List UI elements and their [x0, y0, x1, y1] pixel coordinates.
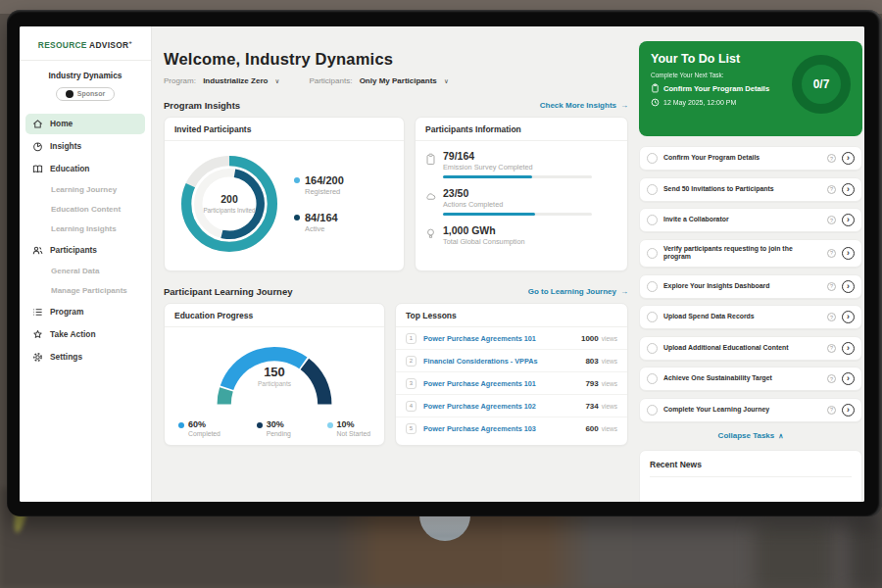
- chevron-right-button[interactable]: ›: [842, 311, 855, 323]
- views-suffix: views: [602, 380, 617, 387]
- lesson-row: 4 Power Purchase Agreements 102 734 view…: [396, 395, 627, 417]
- recent-news-card: Recent News: [639, 450, 862, 502]
- sidebar-item-education-content[interactable]: Education Content: [25, 201, 145, 219]
- stat-value: 79/164: [443, 150, 592, 162]
- go-to-learning-journey-link[interactable]: Go to Learning Journey →: [528, 287, 628, 296]
- sidebar-item-manage-participants[interactable]: Manage Participants: [25, 282, 145, 300]
- task-checkbox[interactable]: [647, 405, 658, 416]
- sidebar-item-participants[interactable]: Participants: [25, 240, 145, 261]
- sidebar-item-take-action[interactable]: Take Action: [25, 324, 145, 345]
- chevron-right-button[interactable]: ›: [842, 214, 855, 226]
- help-icon[interactable]: ?: [827, 154, 836, 163]
- gear-icon: [32, 352, 43, 363]
- lesson-link[interactable]: Power Purchase Agreements 102: [423, 402, 585, 411]
- chevron-right-button[interactable]: ›: [842, 247, 855, 260]
- task-checkbox[interactable]: [647, 281, 658, 292]
- task-checkbox[interactable]: [647, 248, 658, 259]
- sidebar-item-learning-insights[interactable]: Learning Insights: [25, 220, 145, 238]
- program-filter-value: Industrialize Zero: [203, 76, 268, 85]
- collapse-tasks-link[interactable]: Collapse Tasks∧: [639, 431, 862, 440]
- education-gauge-chart: 150 Participants: [206, 337, 343, 412]
- task-list: Confirm Your Program Details ? › Send 50…: [639, 146, 862, 422]
- pending-legend-item: 30% Pending: [257, 419, 291, 437]
- sidebar: RESOURCE ADVISOR+ Industry Dynamics Spon…: [20, 26, 152, 502]
- task-checkbox[interactable]: [647, 215, 658, 225]
- learning-cards-row: Education Progress 150 Participants: [164, 303, 628, 446]
- task-complete-learning-journey[interactable]: Complete Your Learning Journey ? ›: [639, 398, 862, 422]
- invited-donut-chart: 200 Participants Invited: [174, 149, 284, 259]
- card-title: Invited Participants: [165, 118, 404, 141]
- invited-count-label: Participants Invited: [203, 207, 256, 215]
- help-icon[interactable]: ?: [827, 185, 836, 194]
- sidebar-item-insights[interactable]: Insights: [25, 136, 145, 157]
- sidebar-item-education[interactable]: Education: [25, 159, 145, 179]
- pending-pct: 30%: [267, 419, 291, 429]
- stat-value: 1,000 GWh: [443, 224, 525, 236]
- task-explore-insights[interactable]: Explore Your Insights Dashboard ? ›: [639, 274, 862, 299]
- lesson-link[interactable]: Power Purchase Agreements 101: [423, 334, 581, 343]
- active-value: 84/164: [305, 212, 338, 223]
- lesson-row: 2 Financial Considerations - VPPAs 803 v…: [396, 350, 627, 372]
- lesson-rank: 1: [406, 333, 416, 344]
- stat-value: 23/50: [443, 187, 592, 199]
- section-title: Program Insights: [164, 100, 240, 111]
- sidebar-item-general-data[interactable]: General Data: [25, 263, 145, 280]
- main-content: Welcome, Industry Dynamics Program: Indu…: [152, 26, 864, 502]
- program-filter-label: Program:: [164, 76, 196, 85]
- link-label: Go to Learning Journey: [528, 287, 616, 296]
- completed-label: Completed: [188, 430, 220, 437]
- help-icon[interactable]: ?: [827, 313, 836, 321]
- lesson-link[interactable]: Power Purchase Agreements 101: [423, 379, 585, 388]
- consumption-icon: [425, 227, 436, 240]
- task-verify-participants[interactable]: Verify participants requesting to join t…: [639, 239, 862, 269]
- chevron-right-button[interactable]: ›: [842, 404, 855, 416]
- help-icon[interactable]: ?: [827, 282, 836, 291]
- task-invite-collaborator[interactable]: Invite a Collaborator ? ›: [639, 208, 862, 232]
- chevron-right-button[interactable]: ›: [842, 183, 855, 196]
- sidebar-item-home[interactable]: Home: [25, 114, 145, 134]
- sidebar-item-label: Insights: [50, 141, 81, 151]
- sponsor-badge[interactable]: Sponsor: [56, 87, 115, 101]
- pending-dot: [257, 422, 263, 428]
- task-checkbox[interactable]: [647, 373, 658, 384]
- views-suffix: views: [602, 358, 617, 365]
- task-achieve-sustainability-target[interactable]: Achieve One Sustainability Target ? ›: [639, 367, 862, 391]
- help-icon[interactable]: ?: [827, 406, 836, 415]
- sidebar-item-learning-journey[interactable]: Learning Journey: [25, 181, 145, 199]
- task-checkbox[interactable]: [647, 153, 658, 164]
- task-label: Invite a Collaborator: [663, 216, 821, 224]
- participants-filter[interactable]: Participants: Only My Participants ∨: [309, 76, 448, 85]
- book-icon: [32, 164, 43, 174]
- check-more-insights-link[interactable]: Check More Insights →: [540, 101, 628, 110]
- task-checkbox[interactable]: [647, 343, 658, 354]
- chevron-down-icon: ∨: [275, 77, 280, 84]
- invited-legend: 164/200 Registered 84/164 Active: [294, 174, 344, 233]
- chevron-right-button[interactable]: ›: [842, 280, 855, 293]
- education-legend: 60% Completed 30% Pending 10% Not Starte…: [165, 419, 384, 437]
- arrow-right-icon: →: [620, 287, 628, 296]
- task-checkbox[interactable]: [647, 184, 658, 195]
- chevron-right-button[interactable]: ›: [842, 372, 855, 385]
- sidebar-item-program[interactable]: Program: [25, 302, 145, 322]
- sidebar-item-settings[interactable]: Settings: [25, 347, 145, 368]
- todo-next-task-label: Confirm Your Program Details: [663, 84, 769, 93]
- help-icon[interactable]: ?: [827, 216, 836, 224]
- participants-count: 150: [206, 365, 343, 379]
- help-icon[interactable]: ?: [827, 249, 836, 258]
- chevron-right-button[interactable]: ›: [842, 342, 855, 355]
- task-checkbox[interactable]: [647, 312, 658, 322]
- sidebar-item-label: Take Action: [50, 329, 96, 339]
- help-icon[interactable]: ?: [827, 344, 836, 353]
- task-send-invitations[interactable]: Send 50 Invitations to Participants ? ›: [639, 177, 862, 202]
- chevron-right-button[interactable]: ›: [842, 152, 855, 165]
- task-label: Verify participants requesting to join t…: [663, 245, 821, 263]
- lesson-link[interactable]: Power Purchase Agreements 103: [423, 424, 585, 433]
- program-filter[interactable]: Program: Industrialize Zero ∨: [164, 76, 279, 85]
- task-upload-spend-data[interactable]: Upload Spend Data Records ? ›: [639, 305, 862, 329]
- task-label: Achieve One Sustainability Target: [663, 374, 821, 383]
- progress-track: [443, 175, 592, 178]
- help-icon[interactable]: ?: [827, 374, 836, 383]
- task-confirm-program-details[interactable]: Confirm Your Program Details ? ›: [639, 146, 862, 171]
- task-upload-educational-content[interactable]: Upload Additional Educational Content ? …: [639, 336, 862, 361]
- lesson-link[interactable]: Financial Considerations - VPPAs: [423, 357, 585, 366]
